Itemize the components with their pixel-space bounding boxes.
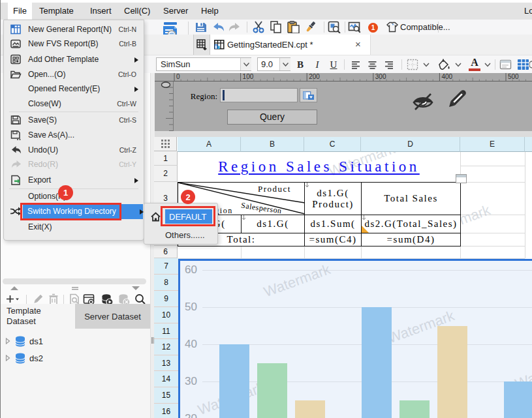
fill-color-icon[interactable] xyxy=(438,59,452,71)
menu-item-redo-r[interactable]: Redo(R)Ctrl-Y xyxy=(5,157,143,172)
chart-bar-g1-s2[interactable] xyxy=(257,363,287,418)
row-header-2[interactable]: 2 xyxy=(154,166,178,182)
align-center-icon[interactable] xyxy=(368,60,377,70)
undo-icon[interactable] xyxy=(211,22,225,33)
tab-server-dataset[interactable]: Server Dataset xyxy=(75,304,150,329)
pane-splitter[interactable] xyxy=(154,131,532,137)
cell-c4[interactable]: ds1.Sum( xyxy=(304,215,362,233)
menu-item-new-fvs-report-b[interactable]: New FVS Report(B)Ctrl-B xyxy=(5,37,143,52)
menu-item-undo-u[interactable]: Undo(U)Ctrl-Z xyxy=(5,143,143,158)
column-header-C[interactable]: C xyxy=(304,137,361,152)
submenu-item-others[interactable]: Others...... xyxy=(165,229,205,241)
tab-close-icon[interactable]: × xyxy=(355,35,361,55)
align-right-icon[interactable] xyxy=(384,60,394,70)
row-header-11[interactable]: 11 xyxy=(154,323,178,339)
font-color-button[interactable]: A xyxy=(467,56,482,73)
italic-button[interactable]: I xyxy=(313,55,322,74)
menu-item-opened-recently-e[interactable]: Opened Recently(E) xyxy=(5,82,143,97)
font-size-select[interactable]: 9.0 xyxy=(257,57,290,71)
dataset-item-ds2[interactable]: ds2 xyxy=(0,351,150,365)
menubar-item-help[interactable]: Help xyxy=(196,3,224,20)
floating-element-icon[interactable] xyxy=(456,174,467,183)
new-template-button[interactable] xyxy=(193,35,210,55)
row-header-16[interactable]: 16 xyxy=(154,404,178,418)
redo-icon[interactable] xyxy=(228,22,242,33)
font-family-select[interactable]: SimSun xyxy=(156,57,251,71)
template-tab[interactable]: GettingStartedEN.cpt *× xyxy=(210,35,371,55)
column-header-E[interactable]: E xyxy=(460,137,525,152)
chart-bar-g3-s1[interactable] xyxy=(504,381,532,418)
fill-dropdown-icon[interactable] xyxy=(455,63,462,67)
chart-bar-g1-s1[interactable] xyxy=(219,344,249,418)
report-title-cell[interactable]: Region Sales Situation xyxy=(178,151,460,182)
cell-c3[interactable]: ds1.G( Product) xyxy=(304,182,362,215)
cell-attribute-icon[interactable] xyxy=(499,59,512,71)
cell-c5[interactable]: =sum(C4) xyxy=(304,233,362,246)
border-style-icon[interactable] xyxy=(407,59,419,71)
collapse-splitter-bar[interactable] xyxy=(3,278,146,284)
compatible-mode-icon[interactable] xyxy=(386,22,398,33)
menu-item-options-p[interactable]: Options(P) xyxy=(5,189,143,204)
row-header-13[interactable]: 13 xyxy=(154,355,178,371)
dataset-item-ds1[interactable]: ds1 xyxy=(0,334,150,348)
row-header-8[interactable]: 8 xyxy=(154,275,178,291)
edit-parameter-icon[interactable] xyxy=(445,89,467,112)
column-header-f[interactable] xyxy=(525,137,532,152)
preview-analysis-icon[interactable] xyxy=(348,21,362,33)
font-color-dropdown-icon[interactable] xyxy=(484,63,491,67)
tree-expand-icon[interactable] xyxy=(5,355,10,361)
menu-item-export[interactable]: Export xyxy=(5,173,143,188)
column-header-B[interactable]: B xyxy=(241,137,304,152)
menubar-login[interactable]: Login xyxy=(519,3,532,20)
chart-element[interactable]: 6050403020WatermarkWatermarkWatermarkWat… xyxy=(178,259,532,418)
copy-icon[interactable] xyxy=(270,21,283,33)
column-header-A[interactable]: A xyxy=(178,137,241,152)
menubar-item-insert[interactable]: Insert xyxy=(85,3,117,20)
menu-item-add-other-template[interactable]: Add Other Template xyxy=(5,52,143,67)
query-button[interactable]: Query xyxy=(227,110,317,125)
cell-d3[interactable]: Total Sales xyxy=(361,182,461,215)
menubar-item-file[interactable]: File xyxy=(8,3,32,20)
menu-item-new-general-report-n[interactable]: New General Report(N)Ctrl-N xyxy=(5,22,143,37)
menubar-item-cellc[interactable]: Cell(C) xyxy=(119,3,155,20)
menu-item-save-s[interactable]: Save(S)Ctrl-S xyxy=(5,113,143,128)
region-dropdown-button[interactable] xyxy=(300,88,317,102)
row-header-14[interactable]: 14 xyxy=(154,371,178,387)
compatible-label[interactable]: Compatible... xyxy=(400,20,450,35)
menu-item-close-w[interactable]: Close(W)Ctrl-W xyxy=(5,97,143,112)
tree-expand-icon[interactable] xyxy=(5,338,10,344)
align-left-icon[interactable] xyxy=(351,60,361,70)
chart-bar-g2-s2[interactable] xyxy=(399,400,430,418)
cell-d4[interactable]: ds2.G(Total_Sales) xyxy=(361,215,461,233)
chart-bar-g2-s1[interactable] xyxy=(362,307,392,418)
menubar-item-template[interactable]: Template xyxy=(34,3,79,20)
cell-b4[interactable]: ds1.G( xyxy=(241,215,305,233)
tab-template-dataset[interactable]: Template Dataset xyxy=(0,304,75,329)
format-brush-icon[interactable] xyxy=(304,21,317,33)
row-header-1[interactable]: 1 xyxy=(154,151,178,166)
row-header-7[interactable]: 7 xyxy=(154,258,178,275)
row-header-9[interactable]: 9 xyxy=(154,291,178,307)
menu-item-open-o[interactable]: Open...(O)Ctrl-O xyxy=(5,67,143,82)
region-input[interactable] xyxy=(220,88,298,102)
hide-parameter-icon[interactable] xyxy=(411,89,435,112)
cut-icon[interactable] xyxy=(252,21,266,33)
row-header-10[interactable]: 10 xyxy=(154,307,178,323)
menubar-item-server[interactable]: Server xyxy=(158,3,193,20)
menu-item-exit-x[interactable]: Exit(X) xyxy=(5,220,143,235)
column-header-D[interactable]: D xyxy=(361,137,460,152)
notification-badge[interactable]: 1 xyxy=(368,23,378,33)
merge-cell-icon[interactable] xyxy=(529,59,532,71)
row-header-15[interactable]: 15 xyxy=(154,387,178,404)
bold-button[interactable]: B xyxy=(296,55,305,74)
row-header-12[interactable]: 12 xyxy=(154,339,178,355)
row-header-6[interactable]: 6 xyxy=(154,246,178,258)
underline-button[interactable]: U xyxy=(329,55,338,74)
sheet-corner-cell[interactable] xyxy=(154,137,177,151)
chart-bar-g1-s3[interactable] xyxy=(295,400,325,418)
menu-item-save-as-a[interactable]: Save As(A)... xyxy=(5,128,143,143)
chart-bar-g2-s3[interactable] xyxy=(437,326,467,418)
cell-d5[interactable]: =sum(D4) xyxy=(361,233,461,246)
table-grid-icon[interactable] xyxy=(517,59,530,71)
border-dropdown-icon[interactable] xyxy=(423,63,430,67)
